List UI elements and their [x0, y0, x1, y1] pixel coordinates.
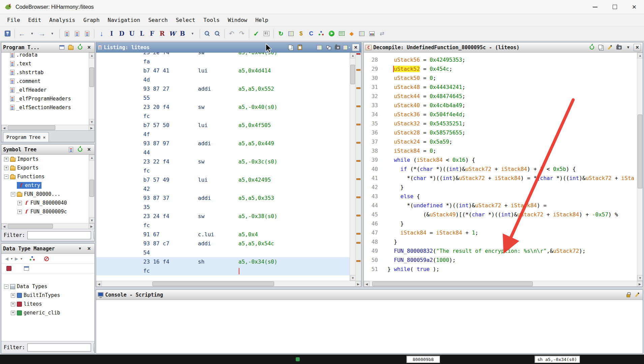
- scroll-down-button[interactable]: ▼: [350, 275, 356, 281]
- diff-view-button[interactable]: [325, 44, 332, 51]
- listing-row[interactable]: 93 87 97addia5,a5,0x449: [96, 139, 350, 148]
- decompile-line-45[interactable]: 45 (&uStack49)[(*(char *)((int)&uStack72…: [364, 210, 637, 219]
- decompile-line-33[interactable]: 33 uStack40 = 0x4c4b4a49;: [364, 101, 637, 110]
- symbol-filter-input[interactable]: [27, 231, 91, 239]
- expander-icon[interactable]: −: [4, 175, 8, 179]
- decompile-line-39[interactable]: 39 while (iStack84 < 0x16) {: [364, 155, 637, 164]
- decompile-line-36[interactable]: 36 uStack28 = 0x58575655;: [364, 128, 637, 137]
- next-different-byte-button[interactable]: W: [168, 29, 177, 39]
- paste-button[interactable]: [296, 44, 303, 51]
- listing-row[interactable]: 42: [96, 184, 350, 193]
- decompile-line-34[interactable]: 34 uStack36 = 0x504f4e4d;: [364, 110, 637, 119]
- decompile-line-46[interactable]: 46 }: [364, 219, 637, 228]
- next-label-button[interactable]: L: [137, 29, 147, 39]
- search-memory-button[interactable]: [202, 29, 212, 39]
- program-tree-item[interactable]: .rodata: [1, 53, 89, 59]
- table-view-button[interactable]: [357, 29, 367, 39]
- listing-row[interactable]: 4f: [96, 130, 350, 139]
- listing-row[interactable]: 93 87 c7addia5,a5,0x54c: [96, 239, 350, 248]
- export-c-button[interactable]: [606, 44, 614, 51]
- tab-close-icon[interactable]: ×: [43, 135, 46, 140]
- scroll-track[interactable]: [370, 281, 637, 286]
- scroll-thumb[interactable]: [350, 65, 355, 84]
- symbol-tree-item-exports[interactable]: +Exports: [1, 163, 89, 172]
- scroll-up-button[interactable]: ▲: [350, 53, 356, 58]
- expander-icon[interactable]: +: [4, 166, 8, 170]
- run-script-button[interactable]: [327, 29, 336, 39]
- decompile-line-38[interactable]: 38 iStack84 = 0;: [364, 146, 637, 155]
- symbol-tree-close-button[interactable]: ×: [85, 146, 93, 153]
- dtm-item-data types[interactable]: −Data Types: [1, 282, 94, 291]
- decompile-line-31[interactable]: 31 uStack48 = 0x44434241;: [364, 83, 637, 92]
- expander-icon[interactable]: −: [11, 192, 15, 196]
- scroll-track[interactable]: [7, 125, 89, 130]
- program-tree-close-button[interactable]: ×: [85, 44, 93, 51]
- menu-graph[interactable]: Graph: [80, 15, 103, 25]
- next-undefined-button[interactable]: U: [127, 29, 137, 39]
- listing-row[interactable]: 93 87 37addia5,a5,0x353: [96, 193, 350, 203]
- listing-row[interactable]: b7 47 41luia5,0x4d414: [96, 66, 350, 75]
- snapshot-button[interactable]: [334, 44, 341, 51]
- program-tree-item[interactable]: _elfSectionHeaders: [1, 103, 89, 112]
- undo-button[interactable]: ↶: [227, 29, 236, 39]
- previous-dropdown-icon[interactable]: ▾: [11, 257, 12, 261]
- dtm-associations-button[interactable]: [28, 254, 37, 264]
- listing-row[interactable]: fc: [96, 266, 350, 275]
- save-button[interactable]: [3, 29, 12, 39]
- scroll-left-button[interactable]: ◀: [96, 281, 102, 287]
- window-maximize-button[interactable]: [605, 0, 624, 14]
- listing-hscroll[interactable]: ◀ ▶: [96, 281, 361, 286]
- next-data-button[interactable]: D: [117, 29, 126, 39]
- listing-row[interactable]: 93 87 27addia5,a5,0x552: [96, 84, 350, 93]
- external-link-button[interactable]: ⇄: [377, 29, 387, 39]
- scroll-thumb[interactable]: [89, 180, 94, 197]
- decompile-snapshot-button[interactable]: [615, 44, 623, 51]
- scroll-track[interactable]: [102, 281, 355, 286]
- dtm-item-generic_clib[interactable]: +generic_clib: [1, 308, 94, 317]
- expander-icon[interactable]: +: [4, 157, 8, 161]
- symbol-table-button[interactable]: [82, 29, 92, 39]
- scroll-thumb[interactable]: [638, 115, 642, 188]
- forward-button[interactable]: →: [37, 29, 47, 39]
- listing-close-button[interactable]: ×: [352, 44, 359, 51]
- symbol-refresh-button[interactable]: [76, 146, 84, 153]
- memory-map-button[interactable]: [72, 29, 82, 39]
- next-non-function-button[interactable]: R: [157, 29, 167, 39]
- menu-window[interactable]: Window: [224, 15, 251, 25]
- scroll-left-button[interactable]: ◀: [1, 125, 7, 131]
- search-program-text-button[interactable]: [212, 29, 222, 39]
- next-function-button[interactable]: F: [147, 29, 157, 39]
- listing-row[interactable]: 35: [96, 203, 350, 212]
- scroll-track[interactable]: [637, 58, 643, 275]
- decompile-line-43[interactable]: 43 else {: [364, 192, 637, 201]
- expander-icon[interactable]: +: [11, 311, 15, 315]
- scroll-up-button[interactable]: ▲: [89, 53, 94, 58]
- window-close-button[interactable]: ×: [624, 0, 644, 14]
- scroll-up-button[interactable]: ▲: [89, 155, 94, 160]
- window-minimize-button[interactable]: [585, 0, 605, 14]
- decompile-line-51[interactable]: 51} while( true );: [364, 265, 637, 274]
- toggle-fields-button[interactable]: [316, 44, 323, 51]
- scroll-right-button[interactable]: ▶: [89, 223, 94, 229]
- scroll-up-button[interactable]: ▲: [637, 53, 643, 58]
- symbol-tree-hscroll[interactable]: ◀ ▶: [1, 223, 94, 229]
- listing-row[interactable]: 44: [96, 148, 350, 157]
- decompile-line-49[interactable]: 49 FUN_80000832("The result of encryptio…: [364, 246, 637, 255]
- clear-flow-button[interactable]: ↻: [276, 29, 286, 39]
- clear-console-button[interactable]: [634, 291, 641, 299]
- preview-window-button[interactable]: [22, 264, 31, 274]
- menu-navigation[interactable]: Navigation: [104, 15, 144, 25]
- listing-fields-dropdown[interactable]: ▾: [343, 44, 350, 51]
- decompile-line-44[interactable]: 44 *(undefined *)((int)&uStack72 + iStac…: [364, 201, 637, 210]
- scroll-thumb[interactable]: [89, 67, 94, 87]
- symbol-tree-item-functions[interactable]: −Functions: [1, 172, 89, 181]
- expander-icon[interactable]: +: [18, 210, 22, 214]
- decompile-line-41[interactable]: 41 *(char *)((int)&uStack72 + iStack84) …: [364, 174, 637, 183]
- decompile-vscroll[interactable]: ▲ ▼: [637, 53, 643, 281]
- listing-row[interactable]: fc: [96, 112, 350, 121]
- listing-row[interactable]: 23 2e f4swa5,-0x44(s0): [96, 53, 350, 57]
- listing-row[interactable]: b7 57 50luia5,0x4f505: [96, 121, 350, 130]
- data-table-button[interactable]: [286, 29, 296, 39]
- re-decompile-button[interactable]: [588, 44, 595, 51]
- filter-options-button[interactable]: »: [93, 231, 95, 239]
